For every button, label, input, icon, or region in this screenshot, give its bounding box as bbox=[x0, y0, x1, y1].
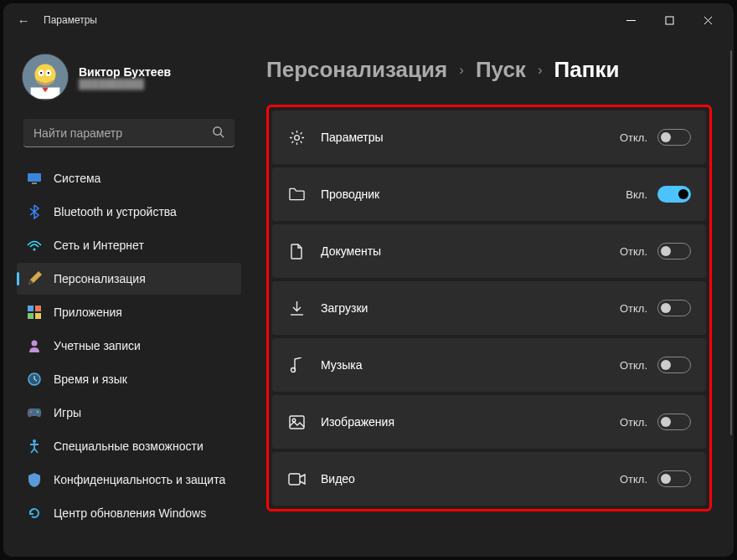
svg-rect-17 bbox=[35, 306, 41, 311]
folders-list: Параметры Откл. Проводник Вкл. Документы… bbox=[266, 105, 712, 511]
toggle-state-label: Откл. bbox=[620, 473, 647, 486]
document-icon bbox=[287, 244, 306, 259]
breadcrumb: Персонализация › Пуск › Папки bbox=[266, 57, 712, 83]
sidebar-item-gaming[interactable]: Игры bbox=[17, 397, 241, 429]
gaming-icon bbox=[27, 405, 42, 420]
svg-rect-18 bbox=[28, 313, 34, 319]
chevron-right-icon: › bbox=[459, 62, 464, 79]
toggle-state-label: Откл. bbox=[620, 302, 647, 315]
folder-label: Загрузки bbox=[321, 301, 620, 315]
network-icon bbox=[27, 238, 42, 253]
sidebar-item-time[interactable]: Время и язык bbox=[17, 363, 241, 395]
minimize-button[interactable] bbox=[611, 7, 650, 33]
breadcrumb-level2[interactable]: Пуск bbox=[476, 57, 526, 83]
content: Виктор Бухтеев ██████████ Система Blueto… bbox=[3, 37, 734, 557]
accessibility-icon bbox=[27, 439, 42, 454]
folder-icon bbox=[287, 188, 306, 201]
folder-label: Изображения bbox=[321, 415, 620, 429]
bluetooth-icon bbox=[27, 204, 42, 219]
toggle-music[interactable] bbox=[657, 357, 691, 373]
system-icon bbox=[27, 171, 42, 186]
account-name: Виктор Бухтеев bbox=[79, 65, 171, 79]
sidebar-item-label: Bluetooth и устройства bbox=[54, 205, 177, 218]
svg-rect-1 bbox=[666, 17, 673, 24]
search-box[interactable] bbox=[23, 119, 234, 147]
folder-label: Музыка bbox=[321, 358, 620, 372]
app-title: Параметры bbox=[44, 14, 97, 26]
svg-point-25 bbox=[30, 411, 32, 413]
folder-row-videos: Видео Откл. bbox=[272, 452, 706, 506]
account-email: ██████████ bbox=[79, 79, 171, 89]
apps-icon bbox=[27, 305, 42, 320]
svg-point-24 bbox=[37, 411, 39, 413]
privacy-icon bbox=[27, 472, 42, 487]
search-icon bbox=[212, 126, 224, 141]
sidebar-item-network[interactable]: Сеть и Интернет bbox=[17, 229, 241, 261]
settings-window: ← Параметры bbox=[3, 3, 734, 557]
sidebar-item-accessibility[interactable]: Специальные возможности bbox=[17, 430, 241, 462]
toggle-downloads[interactable] bbox=[657, 300, 691, 316]
svg-point-26 bbox=[33, 439, 36, 443]
video-icon bbox=[287, 473, 306, 486]
sidebar-item-label: Конфиденциальность и защита bbox=[54, 473, 225, 486]
sidebar-item-label: Центр обновления Windows bbox=[54, 506, 206, 520]
titlebar: ← Параметры bbox=[3, 3, 734, 37]
sidebar-item-apps[interactable]: Приложения bbox=[17, 296, 241, 328]
svg-point-15 bbox=[34, 249, 36, 251]
toggle-state-label: Откл. bbox=[620, 245, 647, 258]
sidebar-item-label: Время и язык bbox=[54, 372, 127, 386]
toggle-videos[interactable] bbox=[657, 470, 691, 487]
sidebar-item-bluetooth[interactable]: Bluetooth и устройства bbox=[17, 196, 241, 228]
sidebar-item-accounts[interactable]: Учетные записи bbox=[17, 330, 241, 362]
gear-icon bbox=[287, 130, 306, 146]
folder-row-documents: Документы Откл. bbox=[272, 224, 706, 278]
close-button[interactable] bbox=[688, 7, 727, 33]
toggle-state-label: Откл. bbox=[620, 416, 647, 429]
download-icon bbox=[287, 301, 306, 316]
sidebar-item-label: Приложения bbox=[54, 306, 122, 319]
scrollbar[interactable] bbox=[730, 50, 732, 435]
sidebar-item-label: Игры bbox=[54, 406, 81, 419]
svg-rect-14 bbox=[32, 182, 37, 184]
folder-row-settings: Параметры Откл. bbox=[272, 110, 706, 164]
music-icon bbox=[287, 357, 306, 373]
sidebar-item-label: Сеть и Интернет bbox=[54, 239, 144, 252]
sidebar-item-system[interactable]: Система bbox=[17, 162, 241, 194]
svg-point-27 bbox=[294, 135, 299, 140]
sidebar-item-personalization[interactable]: Персонализация bbox=[17, 263, 241, 295]
toggle-state-label: Откл. bbox=[620, 359, 647, 372]
svg-rect-16 bbox=[28, 306, 34, 311]
search-input[interactable] bbox=[34, 126, 212, 140]
folder-label: Параметры bbox=[321, 131, 620, 144]
account-block[interactable]: Виктор Бухтеев ██████████ bbox=[10, 37, 248, 116]
sidebar-item-label: Учетные записи bbox=[54, 339, 141, 352]
sidebar: Виктор Бухтеев ██████████ Система Blueto… bbox=[3, 37, 255, 557]
maximize-button[interactable] bbox=[650, 7, 688, 33]
account-text: Виктор Бухтеев ██████████ bbox=[79, 65, 171, 89]
svg-point-9 bbox=[48, 72, 49, 74]
toggle-explorer[interactable] bbox=[657, 186, 691, 203]
update-icon bbox=[27, 506, 42, 521]
image-icon bbox=[287, 415, 306, 429]
sidebar-item-update[interactable]: Центр обновления Windows bbox=[17, 497, 241, 529]
accounts-icon bbox=[27, 338, 42, 353]
folder-row-pictures: Изображения Откл. bbox=[272, 395, 706, 449]
window-controls bbox=[611, 7, 727, 33]
toggle-pictures[interactable] bbox=[657, 414, 691, 430]
svg-point-20 bbox=[32, 341, 38, 347]
toggle-settings[interactable] bbox=[657, 129, 691, 146]
folder-row-music: Музыка Откл. bbox=[272, 338, 706, 392]
toggle-documents[interactable] bbox=[657, 243, 691, 259]
svg-point-8 bbox=[40, 72, 42, 74]
sidebar-item-privacy[interactable]: Конфиденциальность и защита bbox=[17, 464, 241, 496]
svg-point-11 bbox=[214, 126, 221, 134]
toggle-state-label: Откл. bbox=[620, 131, 647, 144]
nav-list: Система Bluetooth и устройства Сеть и Ин… bbox=[10, 162, 248, 531]
svg-line-12 bbox=[220, 134, 224, 137]
time-icon bbox=[27, 372, 42, 387]
breadcrumb-level1[interactable]: Персонализация bbox=[266, 57, 447, 83]
sidebar-item-label: Специальные возможности bbox=[54, 439, 204, 453]
folder-label: Проводник bbox=[321, 188, 626, 201]
sidebar-item-label: Система bbox=[54, 172, 100, 185]
back-button[interactable]: ← bbox=[10, 7, 37, 33]
